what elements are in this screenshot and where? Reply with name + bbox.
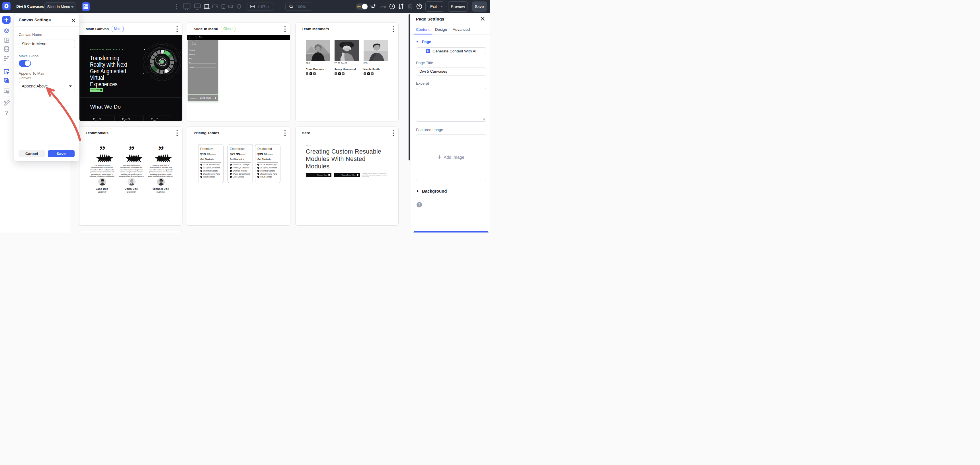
svg-text:AI: AI bbox=[426, 50, 429, 53]
